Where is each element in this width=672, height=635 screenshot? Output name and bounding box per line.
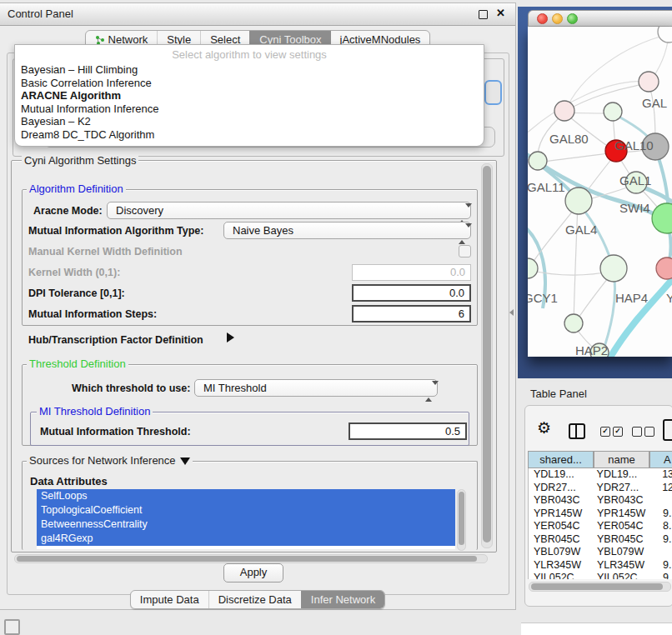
node-hap4[interactable]	[600, 255, 627, 282]
control-panel-titlebar: Control Panel ✕	[0, 3, 515, 26]
node-gal10[interactable]	[604, 102, 622, 121]
node-label: HAP4	[615, 291, 648, 305]
table-cell: YIL052C	[529, 572, 594, 579]
scrollbar-thumb[interactable]	[17, 556, 477, 562]
settings-scrollbar[interactable]	[481, 163, 493, 548]
mi-type-value: Naive Bayes	[233, 224, 293, 237]
node-gal11[interactable]	[529, 152, 547, 170]
focused-button-partial[interactable]	[484, 80, 502, 105]
data-attribute-item[interactable]: BetweennessCentrality	[37, 518, 455, 532]
table-cell: 9.	[649, 533, 671, 547]
table-row[interactable]: YBR045CYBR045C9.	[529, 533, 672, 547]
network-window-titlebar[interactable]	[528, 10, 672, 27]
table-row[interactable]: YDL19...YDL19...13	[529, 468, 672, 482]
checked-checkbox-icon[interactable]: ✓	[600, 427, 610, 437]
scrollbar-thumb[interactable]	[531, 583, 663, 590]
mi-type-select[interactable]: Naive Bayes	[223, 222, 471, 239]
network-view[interactable]: GALGAL80GAL10GAL1GAL11SWI4GAL4GCY1HAP4YH…	[528, 27, 672, 357]
dpi-tolerance-label: DPI Tolerance [0,1]:	[28, 288, 125, 299]
zoom-window-icon[interactable]	[567, 13, 578, 24]
dropdown-item[interactable]: ARACNE Algorithm	[15, 89, 484, 102]
data-attributes-list[interactable]: SelfLoopsTopologicalCoefficientBetweenne…	[37, 489, 455, 549]
float-window-icon[interactable]	[479, 10, 488, 19]
node-gal80[interactable]	[554, 101, 574, 121]
new-table-icon[interactable]	[663, 419, 672, 441]
data-attribute-item[interactable]: gal4RGexp	[37, 532, 455, 546]
table-cell: 12	[649, 482, 672, 495]
table-hscrollbar[interactable]	[529, 582, 671, 592]
close-window-icon[interactable]	[537, 13, 548, 24]
node-gcy1[interactable]	[528, 258, 538, 278]
node-bright-green[interactable]	[652, 203, 672, 233]
tab-impute-data[interactable]: Impute Data	[131, 591, 208, 608]
kernel-width-input[interactable]: 0.0	[352, 264, 471, 281]
node-hap2[interactable]	[564, 314, 583, 332]
dropdown-item[interactable]: Dream8 DC_TDC Algorithm	[15, 128, 484, 142]
table-cell: YPR145W	[594, 508, 649, 521]
gear-icon[interactable]: ⚙	[537, 418, 551, 438]
pane-splitter-handle[interactable]	[509, 309, 514, 316]
data-attribute-item[interactable]: SelfLoops	[37, 489, 455, 503]
table-row[interactable]: YPR145WYPR145W9.	[529, 508, 672, 521]
node-gal4[interactable]	[565, 188, 592, 214]
scrollbar-thumb[interactable]	[459, 492, 464, 545]
collapse-arrow-icon[interactable]	[180, 458, 190, 465]
columns-icon[interactable]	[569, 423, 585, 439]
table-cell: YPR145W	[529, 508, 594, 521]
table-row[interactable]: YBL079WYBL079W	[529, 546, 672, 559]
table-cell: YBR043C	[529, 494, 594, 508]
dropdown-item[interactable]: Basic Correlation Inference	[15, 77, 484, 90]
attributes-scrollbar[interactable]	[457, 489, 466, 551]
network-edge[interactable]	[608, 273, 672, 357]
table-cell: YDL19...	[529, 468, 594, 482]
aracne-mode-select[interactable]: Discovery	[107, 202, 471, 219]
minimize-window-icon[interactable]	[552, 13, 563, 24]
kernel-width-label: Kernel Width (0,1):	[28, 267, 120, 278]
data-attribute-item[interactable]: TopologicalCoefficient	[37, 503, 455, 518]
scrollbar-thumb[interactable]	[483, 166, 491, 542]
apply-button[interactable]: Apply	[223, 563, 283, 582]
mi-threshold-input[interactable]: 0.5	[349, 422, 467, 440]
table-cell: YDL19...	[594, 468, 649, 482]
table-row[interactable]: YDR27...YDR27...12	[529, 482, 672, 495]
table-cell: 9.	[649, 572, 671, 579]
settings-hscrollbar[interactable]	[14, 554, 488, 563]
sources-title[interactable]: Sources for Network Inference	[27, 454, 193, 467]
close-icon[interactable]: ✕	[496, 7, 505, 19]
table-row[interactable]: YER054CYER054C8.	[529, 520, 672, 533]
column-header-partial[interactable]: A	[649, 451, 672, 468]
table-row[interactable]: YLR345WYLR345W9.	[529, 559, 672, 572]
node-top-partial[interactable]	[658, 27, 672, 42]
network-edge[interactable]	[528, 82, 648, 137]
network-edge[interactable]	[539, 152, 616, 162]
column-header-name[interactable]: name	[594, 451, 649, 468]
dropdown-item[interactable]: Bayesian – Hill Climbing	[15, 63, 484, 77]
node-label: SWI4	[619, 201, 650, 215]
hub-definition-label: Hub/Transcription Factor Definition	[28, 334, 203, 346]
node-label: GAL11	[528, 180, 565, 194]
checked-checkbox-icon[interactable]: ✓	[613, 427, 623, 437]
dropdown-item[interactable]: Mutual Information Inference	[15, 102, 484, 116]
table-row[interactable]: YIL052CYIL052C9.	[529, 572, 672, 579]
collapsed-panel-button[interactable]	[4, 619, 20, 635]
mi-steps-input[interactable]: 6	[352, 305, 471, 322]
tab-discretize-data[interactable]: Discretize Data	[208, 591, 301, 608]
expand-arrow-icon[interactable]	[227, 332, 234, 342]
node-pink-top[interactable]	[639, 72, 659, 92]
manual-kernel-checkbox[interactable]	[459, 245, 471, 258]
unchecked-checkbox-icon[interactable]	[644, 427, 654, 437]
table-row[interactable]: YBR043CYBR043C	[529, 494, 672, 508]
table-panel: ⚙ ✓ ✓ shared... name A YDL19...YDL19...1…	[524, 405, 672, 607]
column-header-shared[interactable]: shared...	[528, 451, 594, 468]
group-title: Cyni Algorithm Settings	[22, 154, 138, 167]
sources-title-text: Sources for Network Inference	[29, 454, 176, 467]
table-cell: YBL079W	[594, 546, 649, 559]
table-cell: YDR27...	[594, 482, 649, 495]
table-cell: YBR045C	[529, 533, 594, 547]
unchecked-checkbox-icon[interactable]	[632, 427, 642, 437]
node-salmon[interactable]	[656, 258, 672, 279]
tab-infer-network[interactable]: Infer Network	[301, 591, 384, 608]
dpi-tolerance-input[interactable]: 0.0	[352, 284, 471, 302]
dropdown-item[interactable]: Bayesian – K2	[15, 115, 484, 128]
which-threshold-select[interactable]: MI Threshold	[194, 379, 438, 397]
